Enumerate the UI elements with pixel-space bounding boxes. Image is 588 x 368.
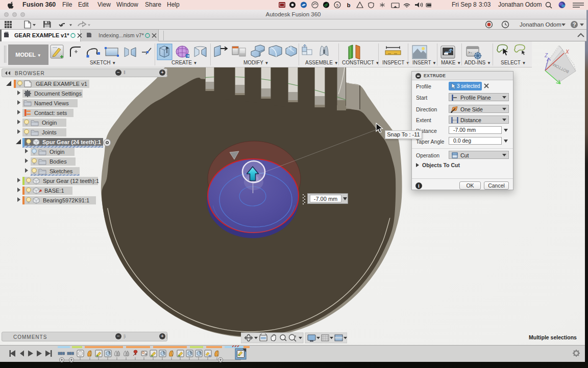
svg-text:5: 5 [336, 3, 339, 8]
svg-text:Indexing...nism v7*: Indexing...nism v7* [99, 32, 144, 38]
svg-text:Origin: Origin [50, 149, 64, 155]
svg-text:Contact: sets: Contact: sets [34, 110, 67, 116]
svg-text:Origin: Origin [42, 120, 57, 126]
svg-text:Document Settings: Document Settings [34, 90, 82, 97]
svg-text:?: ? [573, 21, 576, 28]
svg-text:Spur Gear (24 teeth):1: Spur Gear (24 teeth):1 [42, 139, 101, 145]
svg-text:Spur Gear (12 teeth):1: Spur Gear (12 teeth):1 [43, 178, 99, 184]
svg-text:GEAR EXAMPLE v1: GEAR EXAMPLE v1 [36, 81, 87, 87]
svg-text:Bodies: Bodies [50, 158, 67, 165]
svg-text:Z: Z [544, 53, 548, 58]
svg-text:X: X [565, 49, 569, 55]
svg-text:BASE:1: BASE:1 [44, 188, 64, 194]
svg-text:b: b [347, 2, 351, 8]
svg-text:Joints: Joints [42, 129, 57, 135]
svg-text:Bearing5972K91:1: Bearing5972K91:1 [43, 197, 89, 203]
svg-text:Named Views: Named Views [34, 100, 69, 106]
svg-text:GEAR EXAMPLE v1*: GEAR EXAMPLE v1* [14, 32, 69, 38]
svg-text:Sketches: Sketches [50, 168, 73, 174]
svg-text:>-: >- [468, 51, 472, 55]
svg-text:Jonathan Odom: Jonathan Odom [520, 21, 561, 28]
